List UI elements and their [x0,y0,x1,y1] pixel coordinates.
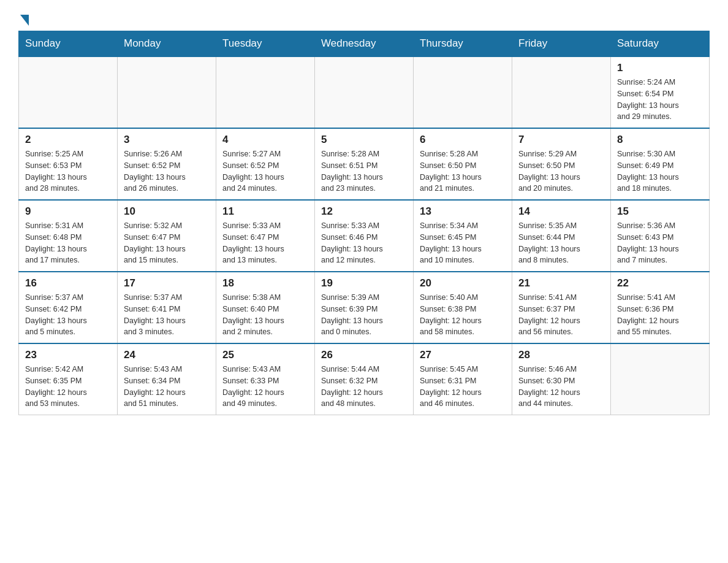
day-info: Sunrise: 5:28 AM Sunset: 6:51 PM Dayligh… [321,148,407,194]
day-info: Sunrise: 5:44 AM Sunset: 6:32 PM Dayligh… [321,364,407,410]
day-info: Sunrise: 5:30 AM Sunset: 6:49 PM Dayligh… [617,148,703,194]
day-info: Sunrise: 5:37 AM Sunset: 6:42 PM Dayligh… [25,292,111,338]
calendar-cell: 16Sunrise: 5:37 AM Sunset: 6:42 PM Dayli… [19,272,118,343]
calendar-cell: 11Sunrise: 5:33 AM Sunset: 6:47 PM Dayli… [216,200,315,272]
logo-arrow-icon [20,15,29,26]
calendar-cell: 3Sunrise: 5:26 AM Sunset: 6:52 PM Daylig… [118,128,216,200]
day-number: 21 [518,277,604,289]
calendar-cell: 18Sunrise: 5:38 AM Sunset: 6:40 PM Dayli… [216,272,315,343]
calendar-cell: 13Sunrise: 5:34 AM Sunset: 6:45 PM Dayli… [414,200,512,272]
calendar-cell: 6Sunrise: 5:28 AM Sunset: 6:50 PM Daylig… [414,128,512,200]
calendar-cell: 26Sunrise: 5:44 AM Sunset: 6:32 PM Dayli… [315,343,414,415]
day-number: 11 [222,205,308,218]
day-number: 3 [124,134,210,146]
column-header-friday: Friday [512,31,611,57]
calendar-cell: 2Sunrise: 5:25 AM Sunset: 6:53 PM Daylig… [19,128,118,200]
day-info: Sunrise: 5:25 AM Sunset: 6:53 PM Dayligh… [25,148,111,194]
day-info: Sunrise: 5:38 AM Sunset: 6:40 PM Dayligh… [222,292,308,338]
calendar-cell [118,56,216,128]
day-number: 13 [420,205,506,218]
calendar-cell: 25Sunrise: 5:43 AM Sunset: 6:33 PM Dayli… [216,343,315,415]
calendar-cell: 8Sunrise: 5:30 AM Sunset: 6:49 PM Daylig… [611,128,710,200]
day-number: 6 [420,134,506,146]
calendar-cell: 7Sunrise: 5:29 AM Sunset: 6:50 PM Daylig… [512,128,611,200]
calendar-cell: 9Sunrise: 5:31 AM Sunset: 6:48 PM Daylig… [19,200,118,272]
calendar-header-row: SundayMondayTuesdayWednesdayThursdayFrid… [19,31,710,57]
day-info: Sunrise: 5:43 AM Sunset: 6:34 PM Dayligh… [124,364,210,410]
calendar-cell [414,56,512,128]
calendar-cell: 15Sunrise: 5:36 AM Sunset: 6:43 PM Dayli… [611,200,710,272]
day-number: 4 [222,134,308,146]
day-number: 24 [124,349,210,361]
day-number: 20 [420,277,506,289]
calendar-week-row: 16Sunrise: 5:37 AM Sunset: 6:42 PM Dayli… [19,272,710,343]
day-info: Sunrise: 5:41 AM Sunset: 6:37 PM Dayligh… [518,292,604,338]
day-number: 25 [222,349,308,361]
logo [18,12,29,25]
calendar-cell [315,56,414,128]
day-number: 5 [321,134,407,146]
day-number: 17 [124,277,210,289]
column-header-tuesday: Tuesday [216,31,315,57]
day-number: 19 [321,277,407,289]
day-number: 23 [25,349,111,361]
day-number: 7 [518,134,604,146]
day-info: Sunrise: 5:36 AM Sunset: 6:43 PM Dayligh… [617,220,703,266]
calendar-cell: 28Sunrise: 5:46 AM Sunset: 6:30 PM Dayli… [512,343,611,415]
day-info: Sunrise: 5:41 AM Sunset: 6:36 PM Dayligh… [617,292,703,338]
calendar-cell: 24Sunrise: 5:43 AM Sunset: 6:34 PM Dayli… [118,343,216,415]
day-info: Sunrise: 5:37 AM Sunset: 6:41 PM Dayligh… [124,292,210,338]
day-number: 14 [518,205,604,218]
day-info: Sunrise: 5:34 AM Sunset: 6:45 PM Dayligh… [420,220,506,266]
calendar-table: SundayMondayTuesdayWednesdayThursdayFrid… [18,31,710,415]
column-header-monday: Monday [118,31,216,57]
calendar-week-row: 23Sunrise: 5:42 AM Sunset: 6:35 PM Dayli… [19,343,710,415]
calendar-cell: 20Sunrise: 5:40 AM Sunset: 6:38 PM Dayli… [414,272,512,343]
calendar-cell [611,343,710,415]
day-info: Sunrise: 5:42 AM Sunset: 6:35 PM Dayligh… [25,364,111,410]
day-number: 15 [617,205,703,218]
day-number: 12 [321,205,407,218]
day-info: Sunrise: 5:39 AM Sunset: 6:39 PM Dayligh… [321,292,407,338]
calendar-cell: 22Sunrise: 5:41 AM Sunset: 6:36 PM Dayli… [611,272,710,343]
column-header-wednesday: Wednesday [315,31,414,57]
calendar-cell: 21Sunrise: 5:41 AM Sunset: 6:37 PM Dayli… [512,272,611,343]
day-info: Sunrise: 5:26 AM Sunset: 6:52 PM Dayligh… [124,148,210,194]
calendar-cell: 27Sunrise: 5:45 AM Sunset: 6:31 PM Dayli… [414,343,512,415]
day-info: Sunrise: 5:45 AM Sunset: 6:31 PM Dayligh… [420,364,506,410]
calendar-cell: 17Sunrise: 5:37 AM Sunset: 6:41 PM Dayli… [118,272,216,343]
calendar-cell: 5Sunrise: 5:28 AM Sunset: 6:51 PM Daylig… [315,128,414,200]
day-info: Sunrise: 5:31 AM Sunset: 6:48 PM Dayligh… [25,220,111,266]
calendar-cell [19,56,118,128]
day-info: Sunrise: 5:43 AM Sunset: 6:33 PM Dayligh… [222,364,308,410]
calendar-cell: 12Sunrise: 5:33 AM Sunset: 6:46 PM Dayli… [315,200,414,272]
day-info: Sunrise: 5:35 AM Sunset: 6:44 PM Dayligh… [518,220,604,266]
day-info: Sunrise: 5:33 AM Sunset: 6:46 PM Dayligh… [321,220,407,266]
day-info: Sunrise: 5:33 AM Sunset: 6:47 PM Dayligh… [222,220,308,266]
day-number: 8 [617,134,703,146]
column-header-sunday: Sunday [19,31,118,57]
day-number: 16 [25,277,111,289]
day-number: 9 [25,205,111,218]
day-info: Sunrise: 5:27 AM Sunset: 6:52 PM Dayligh… [222,148,308,194]
day-number: 1 [617,62,703,74]
day-info: Sunrise: 5:28 AM Sunset: 6:50 PM Dayligh… [420,148,506,194]
calendar-cell: 10Sunrise: 5:32 AM Sunset: 6:47 PM Dayli… [118,200,216,272]
calendar-cell: 14Sunrise: 5:35 AM Sunset: 6:44 PM Dayli… [512,200,611,272]
calendar-cell [512,56,611,128]
day-info: Sunrise: 5:40 AM Sunset: 6:38 PM Dayligh… [420,292,506,338]
day-number: 27 [420,349,506,361]
calendar-cell: 19Sunrise: 5:39 AM Sunset: 6:39 PM Dayli… [315,272,414,343]
day-number: 2 [25,134,111,146]
calendar-cell [216,56,315,128]
calendar-week-row: 2Sunrise: 5:25 AM Sunset: 6:53 PM Daylig… [19,128,710,200]
day-number: 26 [321,349,407,361]
column-header-thursday: Thursday [414,31,512,57]
page-header [18,12,710,25]
calendar-week-row: 1Sunrise: 5:24 AM Sunset: 6:54 PM Daylig… [19,56,710,128]
calendar-cell: 23Sunrise: 5:42 AM Sunset: 6:35 PM Dayli… [19,343,118,415]
day-number: 22 [617,277,703,289]
day-number: 10 [124,205,210,218]
column-header-saturday: Saturday [611,31,710,57]
day-info: Sunrise: 5:24 AM Sunset: 6:54 PM Dayligh… [617,77,703,123]
